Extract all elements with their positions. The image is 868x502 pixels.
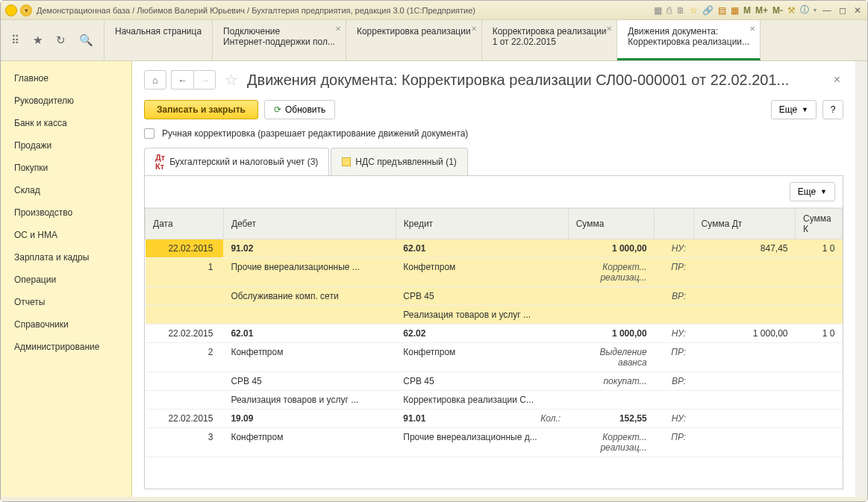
sidebar-item-operations[interactable]: Операции	[1, 269, 131, 291]
close-button[interactable]: ✕	[852, 5, 863, 16]
content: ⌂ ← → ☆ Движения документа: Корректировк…	[132, 61, 855, 497]
help-button[interactable]: ?	[822, 100, 843, 119]
tool-icon[interactable]: ▦	[654, 5, 662, 16]
settings-icon[interactable]: ⚒	[787, 5, 796, 16]
cell: 1 0	[796, 239, 843, 258]
cell	[655, 306, 693, 324]
col-blank[interactable]	[655, 209, 693, 239]
fav-icon[interactable]: ☆	[690, 5, 698, 16]
table-container: Еще ▼ Дата Дебет Кредит Сумма	[144, 175, 843, 489]
subtab-nds[interactable]: НДС предъявленный (1)	[331, 148, 467, 175]
table-row[interactable]: 22.02.201519.0991.01 Кол.:152,55НУ:	[146, 410, 843, 428]
table-row[interactable]: Реализация товаров и услуг ...Корректиро…	[146, 391, 843, 410]
calendar-icon[interactable]: ▦	[731, 5, 739, 16]
m-minus-button[interactable]: M-	[772, 5, 783, 16]
tab-close-icon[interactable]: ✕	[471, 25, 477, 33]
cell: СРВ 45	[223, 372, 396, 391]
col-sumdt[interactable]: Сумма Дт	[693, 209, 795, 239]
table-row[interactable]: 1Прочие внереализационные ...КонфетпромК…	[146, 258, 843, 287]
cell: Реализация товаров и услуг ...	[223, 391, 396, 410]
cell	[223, 306, 396, 324]
table-more-button[interactable]: Еще ▼	[790, 182, 835, 201]
tab-correction-1[interactable]: Корректировка реализации ✕	[346, 20, 482, 60]
cell: Корректировка реализации С...	[396, 391, 568, 410]
table-row[interactable]: Обслуживание комп. сетиСРВ 45ВР:	[146, 287, 843, 306]
search-icon[interactable]: 🔍	[79, 34, 93, 47]
cell	[146, 287, 224, 306]
cell	[693, 258, 795, 287]
table-row[interactable]: 3КонфетпромПрочие внереализационные д...…	[146, 428, 843, 457]
sidebar-item-reports[interactable]: Отчеты	[1, 291, 131, 313]
table-row[interactable]: 22.02.201562.0162.021 000,00НУ:1 000,001…	[146, 324, 843, 343]
titlebar-dropdown-icon[interactable]: ▾	[20, 4, 32, 16]
sidebar-item-dicts[interactable]: Справочники	[1, 313, 131, 336]
sidebar-item-production[interactable]: Производство	[1, 201, 131, 224]
col-date[interactable]: Дата	[146, 209, 224, 239]
favorite-toggle-icon[interactable]: ☆	[225, 71, 238, 89]
col-credit[interactable]: Кредит	[396, 209, 568, 239]
app-logo-icon	[5, 4, 17, 16]
tab-close-icon[interactable]: ✕	[606, 25, 612, 33]
tab-home[interactable]: Начальная страница	[104, 20, 213, 60]
cell	[693, 410, 795, 428]
sidebar-item-assets[interactable]: ОС и НМА	[1, 224, 131, 246]
save-close-button[interactable]: Записать и закрыть	[144, 100, 258, 119]
col-sum[interactable]: Сумма	[568, 209, 654, 239]
table-row[interactable]: Реализация товаров и услуг ...	[146, 306, 843, 324]
manual-edit-checkbox[interactable]	[144, 128, 154, 139]
m-button[interactable]: M	[743, 5, 751, 16]
tab-close-icon[interactable]: ✕	[335, 25, 341, 33]
sidebar-item-sales[interactable]: Продажи	[1, 134, 131, 157]
subtab-label: НДС предъявленный (1)	[355, 157, 456, 167]
tab-close-icon[interactable]: ✕	[749, 25, 755, 33]
subtab-accounting[interactable]: ДтКт Бухгалтерский и налоговый учет (3)	[144, 148, 329, 175]
cell	[568, 287, 654, 306]
tab-correction-2[interactable]: Корректировка реализации 1 от 22.02.2015…	[482, 20, 618, 60]
cell: ВР:	[655, 287, 693, 306]
apps-icon[interactable]: ⠿	[11, 34, 19, 47]
sidebar-item-admin[interactable]: Администрирование	[1, 336, 131, 358]
accounting-grid[interactable]: Дата Дебет Кредит Сумма Сумма Дт Сумма К…	[145, 208, 843, 489]
table-row[interactable]: 2КонфетпромКонфетпромВыделениеавансаПР:	[146, 343, 843, 372]
link-icon[interactable]: 🔗	[702, 5, 714, 16]
cell: покупат...	[568, 372, 654, 391]
table-row[interactable]: 22.02.201591.0262.011 000,00НУ:847,451 0	[146, 239, 843, 258]
minimize-button[interactable]: —	[821, 5, 833, 16]
window-title: Демонстрационная база / Любимов Валерий …	[37, 6, 654, 15]
sidebar-item-warehouse[interactable]: Склад	[1, 179, 131, 201]
cell: 62.01	[223, 324, 396, 343]
sidebar-item-manager[interactable]: Руководителю	[1, 90, 131, 112]
statusbar	[1, 497, 867, 501]
more-button[interactable]: Еще ▼	[771, 100, 817, 119]
sidebar-item-salary[interactable]: Зарплата и кадры	[1, 246, 131, 269]
cell: 91.01 Кол.:	[396, 410, 568, 428]
calc-icon[interactable]: ▤	[718, 5, 726, 16]
tab-internet-support[interactable]: Подключение Интернет-поддержки пол... ✕	[213, 20, 346, 60]
refresh-button[interactable]: ⟳ Обновить	[264, 100, 335, 119]
cell	[568, 391, 654, 410]
tab-movements[interactable]: Движения документа: Корректировка реализ…	[617, 20, 761, 60]
cell: Коррект...реализац...	[568, 258, 654, 287]
maximize-button[interactable]: ◻	[837, 5, 848, 16]
refresh-label: Обновить	[285, 104, 325, 115]
home-button[interactable]: ⌂	[144, 70, 166, 90]
content-close-button[interactable]: ×	[831, 73, 843, 87]
m-plus-button[interactable]: M+	[755, 5, 768, 16]
vertical-scrollbar[interactable]	[855, 61, 867, 497]
sidebar-item-main[interactable]: Главное	[1, 67, 131, 90]
star-icon[interactable]: ★	[33, 34, 43, 47]
table-row[interactable]: СРВ 45СРВ 45покупат...ВР:	[146, 372, 843, 391]
col-sumk[interactable]: Сумма К	[796, 209, 843, 239]
doc-icon[interactable]: 🗎	[676, 5, 685, 16]
info-icon[interactable]: ⓘ	[800, 4, 809, 16]
cell: 1	[146, 258, 224, 287]
col-debit[interactable]: Дебет	[223, 209, 396, 239]
history-icon[interactable]: ↻	[56, 34, 66, 47]
back-button[interactable]: ←	[171, 70, 193, 90]
sidebar-item-bank[interactable]: Банк и касса	[1, 112, 131, 134]
info-dropdown-icon[interactable]: ▾	[814, 7, 817, 13]
cell: Конфетпром	[223, 343, 396, 372]
print-icon[interactable]: ⎙	[666, 5, 672, 16]
forward-button[interactable]: →	[193, 70, 216, 90]
sidebar-item-purchases[interactable]: Покупки	[1, 157, 131, 179]
